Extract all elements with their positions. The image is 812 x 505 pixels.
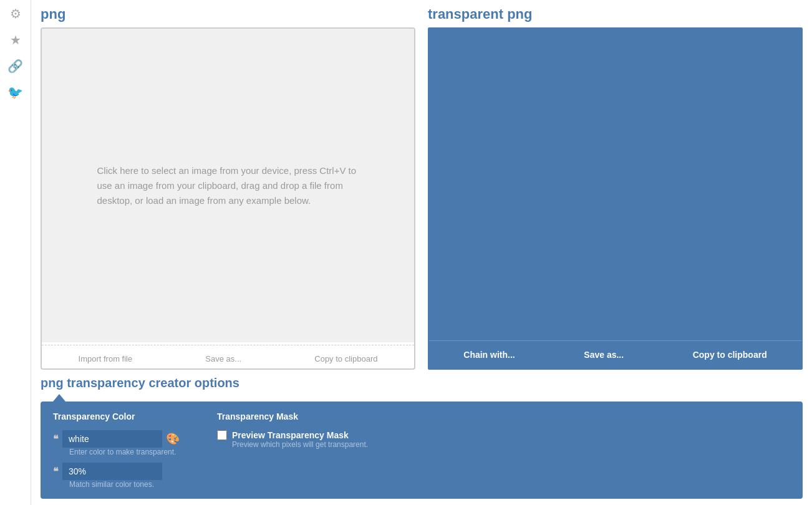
triangle-pointer xyxy=(53,394,65,402)
options-section: png transparency creator options Transpa… xyxy=(41,376,803,499)
quote-icon-color: ❝ xyxy=(53,433,59,445)
panels-row: png Click here to select an image from y… xyxy=(41,6,803,370)
percent-input-hint: Match similar color tones. xyxy=(69,480,180,489)
transparency-mask-label: Transparency Mask xyxy=(217,411,368,421)
right-panel: transparent png Chain with... Save as...… xyxy=(428,6,803,370)
link-icon[interactable]: 🔗 xyxy=(7,59,23,74)
import-from-file-button[interactable]: Import from file xyxy=(74,352,138,366)
transparent-preview-area xyxy=(429,29,801,340)
gear-icon[interactable]: ⚙ xyxy=(10,6,21,21)
transparency-color-label: Transparency Color xyxy=(53,411,180,421)
chain-with-button[interactable]: Chain with... xyxy=(458,347,520,362)
left-panel-title: png xyxy=(41,6,415,22)
quote-icon-percent: ❝ xyxy=(53,466,59,478)
upload-area[interactable]: Click here to select an image from your … xyxy=(42,29,414,342)
color-input[interactable] xyxy=(62,430,162,448)
transparency-color-col: Transparency Color ❝ 🎨 Enter color to ma… xyxy=(53,411,180,489)
color-input-row: ❝ 🎨 xyxy=(53,430,180,448)
main-content: png Click here to select an image from y… xyxy=(31,0,812,505)
percent-input-row: ❝ xyxy=(53,463,180,480)
copy-to-clipboard-button-right[interactable]: Copy to clipboard xyxy=(688,347,772,362)
right-panel-title: transparent png xyxy=(428,6,803,22)
palette-icon[interactable]: 🎨 xyxy=(166,432,180,446)
left-panel-actions: Import from file Save as... Copy to clip… xyxy=(42,345,414,368)
twitter-icon[interactable]: 🐦 xyxy=(7,85,23,100)
options-title: png transparency creator options xyxy=(41,376,803,390)
preview-mask-row: Preview Transparency Mask xyxy=(217,430,368,440)
sidebar: ⚙ ★ 🔗 🐦 xyxy=(0,0,31,505)
right-panel-wrapper: Chain with... Save as... Copy to clipboa… xyxy=(428,27,803,370)
transparency-mask-col: Transparency Mask Preview Transparency M… xyxy=(217,411,368,489)
right-panel-actions: Chain with... Save as... Copy to clipboa… xyxy=(429,340,801,368)
percent-input[interactable] xyxy=(62,463,162,480)
left-panel-wrapper: Click here to select an image from your … xyxy=(41,27,415,370)
preview-mask-hint: Preview which pixels will get transparen… xyxy=(232,440,368,449)
preview-mask-label: Preview Transparency Mask xyxy=(232,430,349,440)
options-panel: Transparency Color ❝ 🎨 Enter color to ma… xyxy=(41,402,803,499)
preview-mask-checkbox[interactable] xyxy=(217,430,227,440)
color-input-hint: Enter color to make transparent. xyxy=(69,448,180,456)
copy-to-clipboard-button-left[interactable]: Copy to clipboard xyxy=(309,352,382,366)
save-as-button-left[interactable]: Save as... xyxy=(200,352,246,366)
left-panel: png Click here to select an image from y… xyxy=(41,6,415,370)
upload-instructions: Click here to select an image from your … xyxy=(97,163,359,208)
star-icon[interactable]: ★ xyxy=(10,32,21,47)
save-as-button-right[interactable]: Save as... xyxy=(579,347,629,362)
